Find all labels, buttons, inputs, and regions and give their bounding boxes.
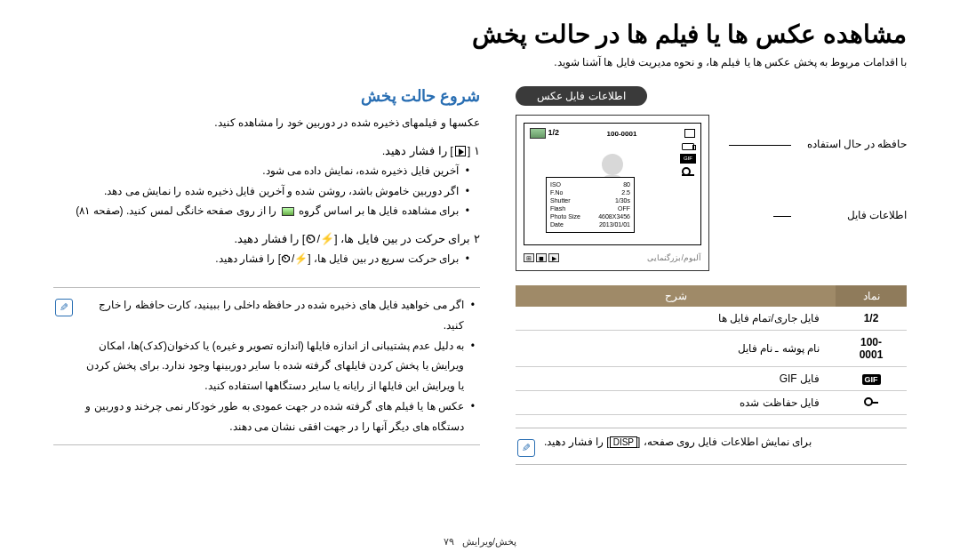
- note-item: اگر می خواهید فایل های ذخیره شده در حافظ…: [82, 295, 475, 336]
- leader-line: [773, 216, 791, 217]
- camera-screen: 1/2 100-0001 GIF: [516, 115, 709, 271]
- thumbnail-icon: [530, 128, 546, 139]
- gif-icon: GIF: [680, 154, 696, 164]
- section-heading: شروع حالت پخش: [53, 86, 480, 106]
- lock-icon: [682, 167, 694, 176]
- table-row: 100-0001 نام پوشه ـ نام فایل: [516, 331, 907, 367]
- list-item: آخرین فایل ذخیره شده، نمایش داده می شود.: [53, 161, 469, 181]
- page-title: مشاهده عکس ها یا فیلم ها در حالت پخش: [53, 20, 907, 49]
- list-item: برای مشاهده فایل ها بر اساس گروه را از ر…: [53, 201, 469, 221]
- table-row: GIF فایل GIF: [516, 367, 907, 391]
- label-fileinfo: اطلاعات فایل: [847, 209, 907, 221]
- bottom-icons: ▶◼⊞: [524, 253, 559, 262]
- timer-icon: ⏲: [281, 249, 292, 269]
- flash-icon: ⚡: [294, 249, 308, 269]
- table-row: فایل حفاظت شده: [516, 391, 907, 415]
- cell-desc: نام پوشه ـ نام فایل: [516, 331, 836, 367]
- mem-text: آلبوم/بزرگنمايی: [647, 253, 701, 262]
- play-icon: [455, 146, 466, 156]
- step2-bullets: برای حرکت سریع در بین فایل ها، [⚡/⏲] را …: [53, 249, 480, 269]
- folder-name: 100-0001: [607, 130, 637, 138]
- note-item: عکس ها یا فیلم های گرفته شده در جهت عمود…: [82, 396, 475, 437]
- disp-button-label: DISP: [610, 436, 637, 448]
- sd-icon: [684, 129, 695, 138]
- page-footer: پخش/ویرایش ۷۹: [0, 536, 960, 548]
- cell-desc: فایل حفاظت شده: [516, 391, 836, 415]
- small-note-text: برای نمایش اطلاعات فایل روی صفحه، [DISP]…: [544, 436, 812, 457]
- step-2: ۲ برای حرکت در بین فایل ها، [⚡/⏲] را فشا…: [53, 232, 480, 245]
- step-num: ۲: [474, 232, 480, 245]
- intro-text: با اقدامات مربوط به پخش عکس ها یا فیلم ه…: [53, 56, 907, 68]
- flash-icon: ⚡: [320, 232, 334, 245]
- small-note: ✎ برای نمایش اطلاعات فایل روی صفحه، [DIS…: [516, 428, 907, 465]
- counter: 1/2: [548, 128, 560, 137]
- legend-table: نماد شرح 1/2 فایل جاری/تمام فایل ها 100-…: [516, 285, 907, 415]
- note-item: به دلیل عدم پشتیبانی از اندازه فایلها (ا…: [82, 336, 475, 396]
- note-icon: ✎: [517, 439, 535, 457]
- exif-box: ISO80 F.No2.5 Shutter1/30s FlashOFF Phot…: [546, 177, 635, 233]
- li-post: را از روی صفحه خانگی لمس کنید. (صفحه ۸۱): [76, 204, 276, 217]
- step1-bullets: آخرین فایل ذخیره شده، نمایش داده می شود.…: [53, 161, 480, 221]
- right-column: شروع حالت پخش عکسها و فیلمهای ذخیره شده …: [53, 86, 480, 465]
- note-icon: ✎: [55, 299, 73, 316]
- info-pill: اطلاعات فایل عکس: [516, 86, 647, 106]
- table-row: 1/2 فایل جاری/تمام فایل ها: [516, 307, 907, 331]
- svg-point-0: [602, 154, 623, 175]
- cell-sym: [836, 391, 907, 415]
- left-column: اطلاعات فایل عکس حافظه در حال استفاده اط…: [516, 86, 907, 465]
- lock-icon: [864, 397, 878, 406]
- step-1: ۱ [] را فشار دهید.: [53, 144, 480, 157]
- list-item: اگر دوربین خاموش باشد، روشن شده و آخرین …: [53, 181, 469, 202]
- th-desc: شرح: [516, 285, 836, 307]
- note-box: ✎ اگر می خواهید فایل های ذخیره شده در حا…: [53, 287, 480, 445]
- section-para: عکسها و فیلمهای ذخیره شده در دوربین خود …: [53, 113, 480, 133]
- cell-desc: فایل GIF: [516, 367, 836, 391]
- cell-sym: GIF: [836, 367, 907, 391]
- leader-line: [729, 145, 791, 146]
- footer-section: پخش/ویرایش: [462, 536, 516, 547]
- step1-tail: را فشار دهید.: [382, 144, 447, 157]
- list-item: برای حرکت سریع در بین فایل ها، [⚡/⏲] را …: [53, 249, 469, 269]
- cell-sym: 100-0001: [836, 331, 907, 367]
- th-symbol: نماد: [836, 285, 907, 307]
- timer-icon: ⏲: [305, 232, 316, 245]
- cell-sym: 1/2: [836, 307, 907, 331]
- battery-icon: [682, 143, 694, 150]
- step-num: ۱: [474, 144, 480, 157]
- cell-desc: فایل جاری/تمام فایل ها: [516, 307, 836, 331]
- label-memory: حافظه در حال استفاده: [807, 138, 907, 150]
- page-number: ۷۹: [444, 536, 454, 547]
- li-pre: برای مشاهده فایل ها بر اساس گروه: [299, 204, 459, 217]
- group-icon: [282, 207, 294, 216]
